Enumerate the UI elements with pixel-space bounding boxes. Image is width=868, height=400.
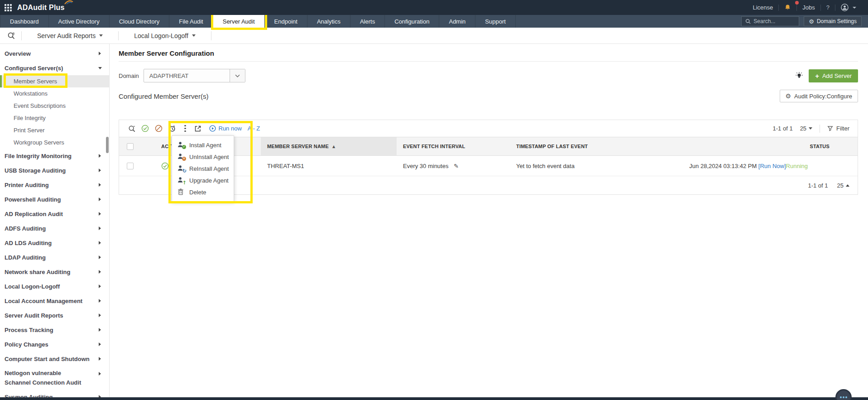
sidebar-item-adfs-auditing[interactable]: ADFS Auditing — [0, 221, 109, 236]
table-search-icon[interactable] — [128, 125, 135, 132]
add-server-button[interactable]: + Add Server — [809, 69, 858, 82]
apps-grid-icon[interactable] — [5, 4, 12, 11]
divider — [119, 61, 858, 62]
row-checkbox[interactable] — [127, 163, 134, 169]
sidebar-item-usb-storage-auditing[interactable]: USB Storage Auditing — [0, 163, 109, 178]
sidebar-item-workstations[interactable]: Workstations — [0, 87, 109, 100]
notification-badge — [795, 1, 799, 5]
header-status[interactable]: STATUS — [641, 137, 858, 156]
export-icon[interactable] — [194, 125, 201, 132]
sidebar-item-server-audit-reports[interactable]: Server Audit Reports — [0, 308, 109, 323]
sidebar-item-overview[interactable]: Overview — [0, 46, 109, 61]
domain-select-value: ADAPTHREAT — [144, 69, 230, 82]
menu-item-install-agent[interactable]: ✓ Install Agent — [172, 139, 234, 151]
row-last-run: Jun 28,2024 03:13:42 PM — [689, 163, 757, 169]
run-now-link[interactable]: [Run Now] — [758, 163, 786, 169]
enable-audit-icon[interactable] — [141, 125, 149, 132]
sidebar-item-workgroup-servers[interactable]: Workgroup Servers — [0, 136, 109, 149]
sidebar-item-print-server[interactable]: Print Server — [0, 124, 109, 136]
sidebar-item-policy-changes[interactable]: Policy Changes — [0, 337, 109, 352]
menu-item-upgrade-agent[interactable]: ↑ Upgrade Agent — [172, 174, 234, 186]
sidebar-item-ad-replication-audit[interactable]: AD Replication Audit — [0, 207, 109, 221]
chevron-right-icon — [99, 270, 101, 274]
sidebar-item-local-logon-logoff[interactable]: Local Logon-Logoff — [0, 279, 109, 294]
menu-item-uninstall-agent[interactable]: ✕ UnInstall Agent — [172, 151, 234, 163]
sidebar-item-file-integrity[interactable]: File Integrity — [0, 112, 109, 124]
tab-admin[interactable]: Admin — [439, 15, 475, 28]
run-now-button[interactable]: Run now — [209, 125, 242, 132]
chevron-right-icon — [99, 212, 101, 216]
row-fetch-interval: Every 30 minutes ✎ — [397, 156, 510, 176]
report-search-button[interactable] — [0, 32, 21, 39]
chevron-down-icon — [809, 127, 812, 130]
sidebar-item-ad-lds-auditing[interactable]: AD LDS Auditing — [0, 236, 109, 250]
header-member-server-name[interactable]: MEMBER SERVER NAME▲ — [261, 137, 397, 156]
top-bar-right: License Jobs ? — [747, 3, 862, 13]
select-all-cell — [119, 137, 141, 156]
menu-item-delete[interactable]: Delete — [172, 186, 234, 198]
schedule-alarm-icon[interactable] — [168, 125, 176, 132]
tab-file-audit[interactable]: File Audit — [169, 15, 213, 28]
more-actions-kebab-icon[interactable] — [182, 124, 188, 133]
sidebar-item-ldap-auditing[interactable]: LDAP Auditing — [0, 250, 109, 265]
chevron-right-icon — [99, 227, 101, 230]
user-menu[interactable] — [835, 3, 862, 13]
tab-configuration[interactable]: Configuration — [385, 15, 439, 28]
page-size-dropdown[interactable]: 25 — [800, 125, 812, 132]
menu-item-reinstall-agent[interactable]: ↻ ReInstall Agent — [172, 163, 234, 174]
agent-installed-icon[interactable] — [161, 162, 169, 170]
jobs-link[interactable]: Jobs — [797, 3, 820, 13]
disable-audit-icon[interactable] — [155, 125, 163, 132]
sort-a-z-button[interactable]: A - Z — [248, 125, 260, 132]
tab-cloud-directory[interactable]: Cloud Directory — [110, 15, 170, 28]
header-timestamp-of-last-event[interactable]: TIMESTAMP OF LAST EVENT — [510, 137, 641, 156]
tips-bulb-icon[interactable] — [795, 72, 803, 80]
agent-uninstall-icon: ✕ — [177, 153, 185, 160]
plus-icon: + — [815, 72, 819, 79]
report-type-dropdown[interactable]: Local Logon-Logoff — [119, 32, 211, 39]
top-bar-left: ADAudit Plus — [5, 4, 72, 12]
help-button[interactable]: ? — [821, 3, 835, 13]
chevron-down-icon — [192, 34, 196, 37]
tab-endpoint[interactable]: Endpoint — [265, 15, 307, 28]
toolbar-right: 1-1 of 1 25 Filter — [773, 125, 849, 133]
section-row: Configured Member Server(s) ⚙ Audit Poli… — [119, 89, 858, 103]
chevron-down-icon — [853, 7, 856, 9]
adaudit-plus-page: ADAudit Plus License Jobs ? — [0, 0, 868, 400]
sidebar-item-printer-auditing[interactable]: Printer Auditing — [0, 178, 109, 192]
sidebar-item-configured-servers[interactable]: Configured Server(s) — [0, 61, 109, 75]
domain-settings-button[interactable]: ⚙ Domain Settings — [804, 16, 862, 26]
sidebar-scrollbar[interactable] — [106, 137, 109, 153]
report-sub-nav: Server Audit Reports Local Logon-Logoff — [0, 28, 868, 44]
select-all-checkbox[interactable] — [127, 143, 134, 150]
domain-select-toggle[interactable] — [230, 69, 245, 82]
sidebar-item-event-subscriptions[interactable]: Event Subscriptions — [0, 100, 109, 112]
search-input[interactable] — [753, 18, 794, 24]
domain-select[interactable]: ADAPTHREAT — [144, 69, 245, 82]
global-search-box[interactable] — [741, 16, 799, 26]
sidebar-item-member-servers[interactable]: Member Servers — [0, 75, 109, 87]
sidebar-item-powershell-auditing[interactable]: Powershell Auditing — [0, 192, 109, 207]
tab-alerts[interactable]: Alerts — [350, 15, 385, 28]
play-circle-icon — [209, 125, 216, 132]
report-category-dropdown[interactable]: Server Audit Reports — [22, 32, 118, 39]
edit-interval-icon[interactable]: ✎ — [454, 163, 459, 169]
tab-analytics[interactable]: Analytics — [307, 15, 350, 28]
license-link[interactable]: License — [747, 3, 778, 13]
footer-page-size-dropdown[interactable]: 25 — [837, 182, 849, 189]
tab-active-directory[interactable]: Active Directory — [49, 15, 110, 28]
filter-button[interactable]: Filter — [827, 125, 849, 132]
tab-dashboard[interactable]: Dashboard — [0, 15, 49, 28]
sidebar-item-network-share-auditing[interactable]: Network share Auditing — [0, 265, 109, 279]
tab-server-audit[interactable]: Server Audit — [213, 15, 265, 28]
sidebar-item-local-account-management[interactable]: Local Account Management — [0, 294, 109, 308]
tab-support[interactable]: Support — [475, 15, 516, 28]
sidebar-item-netlogon-schannel-audit[interactable]: Netlogon vulnerable Schannel Connection … — [0, 366, 109, 390]
sidebar-item-process-tracking[interactable]: Process Tracking — [0, 323, 109, 337]
audit-policy-configure-button[interactable]: ⚙ Audit Policy:Configure — [780, 90, 858, 102]
header-event-fetch-interval[interactable]: EVENT FETCH INTERVAL — [397, 137, 510, 156]
sidebar-item-sysmon-auditing[interactable]: Sysmon Auditing — [0, 390, 109, 397]
sidebar-item-file-integrity-monitoring[interactable]: File Integrity Monitoring — [0, 149, 109, 163]
sidebar-item-computer-start-shutdown[interactable]: Computer Start and Shutdown — [0, 352, 109, 366]
notifications-button[interactable] — [779, 3, 796, 13]
